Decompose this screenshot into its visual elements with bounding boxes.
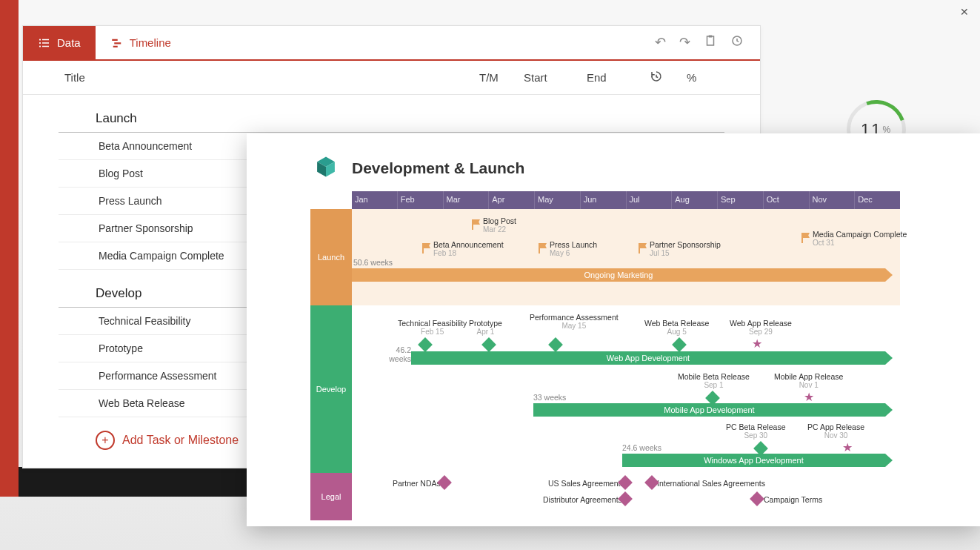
diamond-icon[interactable] [418,337,433,352]
diamond-icon[interactable] [672,337,687,352]
svg-rect-6 [112,39,118,40]
milestone-label: PC Beta ReleaseSep 30 [726,423,786,440]
column-header: Title T/M Start End % [23,61,760,95]
diamond-icon[interactable] [548,337,563,352]
ribbon-accent [0,0,19,497]
undo-icon[interactable]: ↶ [655,34,666,51]
task-bar[interactable]: Web App Development [411,351,885,365]
star-icon[interactable]: ★ [804,390,814,404]
milestone-label: Technical FeasibilityFeb 15 [398,319,467,337]
swimlane-label: Develop [310,305,352,473]
plus-icon: + [96,431,115,450]
diamond-icon[interactable] [481,337,496,352]
milestone-label: Distributor Agreements [543,495,622,504]
card-title: Development & Launch [352,159,524,177]
svg-point-2 [39,42,41,43]
milestone-flag[interactable]: Press LaunchMay 6 [550,240,597,258]
swimlane-label: Legal [310,473,352,520]
milestone-label: PC App ReleaseNov 30 [807,423,864,440]
add-task-label: Add Task or Milestone [122,434,239,447]
svg-rect-9 [707,36,714,45]
star-icon[interactable]: ★ [752,337,762,351]
redo-icon[interactable]: ↷ [679,34,690,51]
duration-label: 24.6 weeks [622,443,661,452]
tab-data-label: Data [57,36,81,49]
milestone-flag[interactable]: Beta AnnouncementFeb 18 [433,240,504,258]
svg-rect-1 [42,39,49,40]
milestone-label: PrototypeApr 1 [469,319,502,337]
list-icon [38,36,51,50]
milestone-flag[interactable]: Blog PostMar 22 [483,216,516,234]
milestone-label: Performance AssessmentMay 15 [530,313,619,331]
col-history-icon [650,70,687,85]
milestone-label: Web Beta ReleaseAug 5 [644,319,709,337]
cube-icon [313,154,339,182]
duration-label: 50.6 weeks [353,258,393,267]
month-axis: Jan Feb Mar Apr May Jun Jul Aug Sep Oct … [352,191,900,209]
milestone-label: Mobile App ReleaseNov 1 [774,372,843,390]
svg-point-4 [39,45,41,47]
section-launch[interactable]: Launch [59,95,724,133]
col-title: Title [23,71,479,84]
task-bar[interactable]: Windows App Development [622,454,885,467]
col-start: Start [524,71,587,84]
tab-bar: Data Timeline ↶ ↷ [23,26,760,61]
timeline-preview-card: Development & Launch Jan Feb Mar Apr May… [247,133,980,526]
col-end: End [587,71,650,84]
svg-point-0 [39,39,41,40]
diamond-icon[interactable] [750,491,764,506]
milestone-flag[interactable]: Media Campaign CompleteOct 31 [813,230,907,248]
milestone-label: Campaign Terms [764,495,822,504]
tab-timeline[interactable]: Timeline [96,26,186,59]
milestone-label: US Sales Agreements [548,479,624,488]
toolbar: ↶ ↷ [655,34,760,51]
swimlane-label: Launch [310,209,352,305]
tab-timeline-label: Timeline [130,36,171,49]
task-bar[interactable]: Mobile App Development [533,403,885,417]
milestone-label: International Sales Agreements [657,479,765,488]
svg-rect-5 [42,45,49,47]
tab-data[interactable]: Data [23,26,96,59]
svg-rect-7 [114,42,121,44]
col-tm: T/M [479,71,524,84]
timeline-icon [110,36,124,50]
milestone-label: Mobile Beta ReleaseSep 1 [678,372,750,390]
duration-label: 46.2 weeks [374,345,411,363]
duration-label: 33 weeks [533,393,566,402]
svg-rect-3 [42,42,49,44]
svg-rect-10 [709,36,713,38]
milestone-flag[interactable]: Partner SponsorshipJul 15 [650,240,721,258]
clipboard-icon[interactable] [704,34,717,51]
svg-rect-8 [113,45,117,47]
close-button[interactable]: ✕ [960,6,969,18]
history-icon[interactable] [730,34,744,51]
card-header: Development & Launch [247,133,980,193]
milestone-label: Web App ReleaseSep 29 [730,319,792,337]
col-percent: % [687,71,716,84]
milestone-label: Partner NDAs [393,479,441,488]
task-bar[interactable]: Ongoing Marketing [352,268,885,282]
star-icon[interactable]: ★ [842,440,853,454]
